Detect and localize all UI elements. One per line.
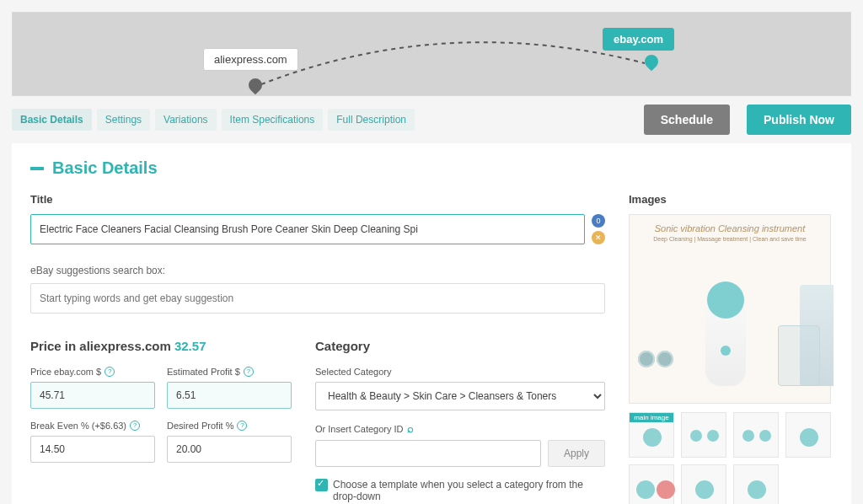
selected-category-select[interactable]: Health & Beauty > Skin Care > Cleansers … [315,382,605,410]
title-reset-icon[interactable]: ✕ [592,231,605,244]
price-ebay-label: Price ebay.com $ [30,367,101,377]
title-input[interactable] [30,214,585,244]
product-image-title: Sonic vibration Cleansing instrument [635,223,825,233]
thumbnail-7[interactable] [733,464,779,504]
help-icon[interactable]: ? [105,367,115,377]
section-header: Basic Details [30,158,833,178]
break-even-label: Break Even % (+$6.63) [30,421,126,431]
help-icon[interactable]: ? [237,421,247,431]
tab-bar: Basic Details Settings Variations Item S… [0,105,863,143]
template-on-category-checkbox[interactable] [315,479,328,491]
thumbnail-6[interactable] [681,464,726,504]
source-price-value: 32.57 [174,339,206,353]
help-icon[interactable]: ? [244,367,254,377]
main-image-tag: main image [630,413,673,422]
destination-marketplace-label: ebay.com [603,28,674,51]
product-illustration [630,268,830,394]
image-thumbnails: main image [629,412,833,504]
tab-item-specifications[interactable]: Item Specifications [222,109,324,131]
images-label: Images [629,193,833,206]
tab-settings[interactable]: Settings [97,109,150,131]
desired-profit-input[interactable] [167,436,292,463]
help-icon[interactable]: ? [130,421,140,431]
thumbnail-5[interactable] [629,464,674,504]
selected-category-label: Selected Category [315,367,392,377]
ebay-suggestion-label: eBay suggestions search box: [30,265,605,276]
price-heading-text: Price in aliexpress.com [30,339,174,353]
break-even-input[interactable] [30,436,155,463]
category-heading: Category [315,339,605,353]
thumbnail-2[interactable] [681,412,726,458]
title-charcount-badge: 0 [592,214,605,228]
template-on-category-label: Choose a template when you select a cate… [333,479,605,502]
price-heading: Price in aliexpress.com 32.57 [30,339,292,353]
tab-variations[interactable]: Variations [155,109,216,131]
estimated-profit-label: Estimated Profit $ [167,367,240,377]
section-accent-bar-icon [30,167,44,170]
source-pin-icon [249,78,262,96]
publish-now-button[interactable]: Publish Now [747,105,851,135]
destination-pin-icon [645,55,658,73]
tab-basic-details[interactable]: Basic Details [12,109,92,131]
thumbnail-1[interactable]: main image [629,412,674,458]
thumbnail-3[interactable] [733,412,779,458]
product-image-subtitle: Deep Cleaning | Massage treatment | Clea… [635,236,825,242]
apply-category-button[interactable]: Apply [548,440,605,467]
tab-full-description[interactable]: Full Description [328,109,415,131]
insert-category-id-label: Or Insert Category ID [315,424,404,434]
source-marketplace-label: aliexpress.com [203,48,298,71]
search-icon[interactable]: ⌕ [407,422,414,435]
title-label: Title [30,193,605,206]
main-product-image[interactable]: Sonic vibration Cleansing instrument Dee… [629,214,831,404]
basic-details-panel: Basic Details Title 0 ✕ eBay suggestions… [12,143,851,504]
ebay-suggestion-input[interactable] [30,283,605,314]
schedule-button[interactable]: Schedule [644,105,730,135]
price-ebay-input[interactable] [30,382,155,409]
route-path [261,38,645,88]
desired-profit-label: Desired Profit % [167,421,233,431]
category-id-input[interactable] [315,440,541,467]
route-map-banner: aliexpress.com ebay.com [12,12,851,96]
section-title: Basic Details [52,158,158,178]
estimated-profit-input[interactable] [167,382,292,409]
thumbnail-4[interactable] [785,412,831,458]
